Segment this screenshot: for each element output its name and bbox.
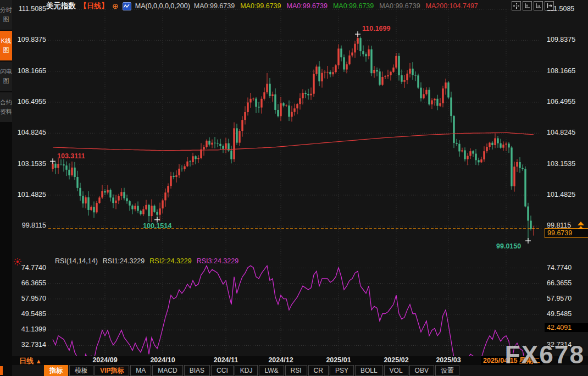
month-label-1: 2024/10 [150, 356, 175, 364]
toolbar-button-RSI[interactable]: RSI [285, 365, 307, 376]
ma-legend-item-4: MA0:99.6739 [379, 2, 420, 10]
september-low-label: 100.1514 [143, 222, 171, 230]
ma-legend-item-5: MA200:104.7497 [426, 2, 478, 10]
chart-type-sidebar: 分时图K线图闪电图合约资料 [0, 0, 12, 376]
rsi2-value: RSI2:24.3229 [149, 257, 191, 265]
candlestick-chart-canvas [12, 0, 588, 376]
toolbar-button-OBV[interactable]: OBV [409, 365, 434, 376]
month-label-6: 2025/03 [436, 356, 461, 364]
toolbar-button-MA[interactable]: MA [130, 365, 151, 376]
ma-settings-label: MA(0,0,0,0,0,200) [135, 2, 190, 10]
price-axis-label-left-4: 104.8245 [12, 129, 46, 136]
rsi1-value: RSI1:24.3229 [103, 257, 145, 265]
toolbar-button-CCI[interactable]: CCI [211, 365, 234, 376]
toolbar-button-设置[interactable]: 设置 [435, 365, 459, 376]
rsi-axis-label-left-5: 32.7314 [12, 341, 46, 349]
rsi-axis-label-left-1: 66.3655 [12, 279, 46, 287]
alert-icon[interactable] [13, 257, 22, 268]
sidebar-tab-0[interactable]: 分时图 [0, 0, 12, 30]
line-chart-icon[interactable] [123, 2, 131, 10]
price-axis-label-left-1: 109.8375 [12, 36, 46, 43]
peak-high-label: 110.1699 [362, 25, 390, 32]
price-axis-label-right-2: 108.1665 [547, 67, 575, 75]
chevron-up-icon: ▲ [36, 358, 42, 364]
symbol-title: 美元指数 [46, 1, 76, 11]
rsi-axis-label-right-2: 57.9570 [547, 295, 572, 302]
ma-legend-item-3: MA0:99.6739 [333, 2, 374, 10]
chart-tool-buttons [512, 1, 554, 10]
extreme-cross-marker [355, 31, 360, 37]
price-axis-label-right-6: 101.4825 [547, 191, 575, 198]
price-axis-label-left-0: 111.5085 [12, 5, 46, 13]
sidebar-tab-1[interactable]: K线图 [0, 31, 12, 60]
rsi-axis-label-right-3: 49.5485 [547, 310, 572, 318]
toolbar-button-BOLL[interactable]: BOLL [355, 365, 383, 376]
toolbar-button-LW&[interactable]: LW& [259, 365, 284, 376]
indicator-toolbar: 指标模板VIP指标MAMACDBIASCCIKDJLW&RSICRPSYBOLL… [44, 365, 459, 376]
time-axis-row: 日线 ▲ 2024/092024/102024/112024/122025/01… [12, 356, 588, 365]
price-axis-label-left-5: 103.1535 [12, 160, 46, 168]
add-indicator-icon[interactable]: ⊕ [112, 3, 119, 10]
price-axis-label-right-4: 104.8245 [547, 129, 575, 136]
sidebar-tab-2[interactable]: 闪电图 [0, 62, 12, 91]
chart-area: 美元指数 【日线】 ⊕ MA(0,0,0,0,0,200) MA0:99.673… [12, 0, 588, 376]
month-label-4: 2025/01 [326, 356, 351, 364]
month-label-2: 2024/11 [214, 356, 238, 364]
ma200-line [53, 132, 534, 150]
toolbar-button-KDJ[interactable]: KDJ [235, 365, 258, 376]
rsi-line [53, 266, 534, 365]
go-to-latest-icon[interactable] [545, 1, 554, 10]
x-axis-zoom-icon[interactable] [534, 1, 543, 10]
gridlines [48, 9, 541, 356]
rsi-axis-label-left-2: 57.9570 [12, 295, 46, 302]
rsi-pane-header: RSI(14,14,14) RSI1:24.3229 RSI2:24.3229 … [55, 257, 238, 265]
price-axis-label-left-7: 99.8115 [12, 222, 46, 229]
sidebar-tab-3[interactable]: 合约资料 [0, 92, 12, 122]
first-candle-high-label: 103.3111 [57, 152, 85, 160]
price-axis-label-right-1: 109.8375 [547, 36, 575, 43]
price-axis-label-left-6: 101.4825 [12, 191, 46, 198]
rsi-axis-label-right-1: 66.3655 [547, 279, 572, 287]
rsi3-value: RSI3:24.3229 [197, 257, 238, 265]
y-axis-zoom-icon[interactable] [523, 1, 532, 10]
rsi-axis-label-right-0: 74.7740 [547, 264, 572, 272]
rsi-params-label: RSI(14,14,14) [55, 257, 98, 265]
toolbar-accent-bar [0, 366, 3, 375]
toolbar-button-MACD[interactable]: MACD [152, 365, 182, 376]
ma-legend-item-2: MA0:99.6739 [287, 2, 328, 10]
crosshair-icon[interactable] [512, 1, 521, 10]
period-label: 日线 [19, 357, 34, 365]
toolbar-button-PSY[interactable]: PSY [330, 365, 354, 376]
rsi-axis-label-left-4: 41.1399 [12, 325, 46, 333]
price-pane-header: 美元指数 【日线】 ⊕ MA(0,0,0,0,0,200) MA0:99.673… [46, 1, 478, 11]
toolbar-button-指标[interactable]: 指标 [44, 365, 68, 376]
price-axis-label-left-3: 106.4955 [12, 98, 46, 106]
price-axis-label-right-5: 103.1535 [547, 160, 575, 168]
toolbar-button-BIAS[interactable]: BIAS [184, 365, 210, 376]
rsi-axis-marker: 42.4091 [545, 323, 588, 332]
ma-legend-item-1: MA0:99.6739 [240, 2, 281, 10]
ma-legend-item-0: MA0:99.6739 [194, 2, 235, 10]
watermark: FX678 [504, 340, 585, 369]
month-label-5: 2025/02 [384, 356, 408, 364]
rsi-axis-label-left-3: 49.5485 [12, 310, 46, 318]
toolbar-button-CR[interactable]: CR [308, 365, 329, 376]
period-selector[interactable]: 日线 ▲ [19, 356, 42, 366]
price-axis-label-right-3: 106.4955 [547, 98, 575, 106]
period-tag: 【日线】 [80, 1, 108, 11]
toolbar-button-VIP指标[interactable]: VIP指标 [95, 365, 129, 376]
extreme-cross-marker [525, 238, 531, 244]
toolbar-button-模板[interactable]: 模板 [69, 365, 93, 376]
extreme-cross-marker [50, 158, 56, 164]
month-label-0: 2024/09 [92, 356, 117, 364]
price-axis-label-left-2: 108.1665 [12, 67, 46, 75]
candlestick-series [52, 34, 534, 241]
toolbar-button-VOL[interactable]: VOL [384, 365, 408, 376]
scroll-up-arrow-icon[interactable] [577, 222, 585, 232]
ma-legend: MA0:99.6739MA0:99.6739MA0:99.6739MA0:99.… [194, 2, 478, 10]
month-label-3: 2024/12 [268, 356, 293, 364]
april-low-label: 99.0150 [496, 242, 521, 250]
